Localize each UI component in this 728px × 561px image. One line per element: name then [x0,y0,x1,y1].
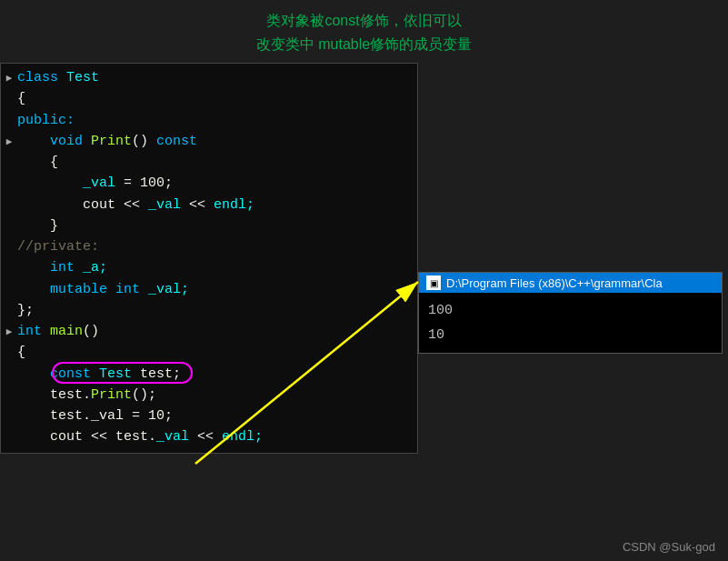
token: const [156,134,197,149]
code-line: //private: [1,236,417,257]
code-content: _val = 100; [17,173,173,194]
code-content: test.Print(); [17,385,156,406]
token: const [50,366,91,382]
gutter-icon[interactable]: ▶ [1,71,17,86]
code-line: test._val = 10; [1,406,417,426]
token: << [189,429,222,445]
token: public: [17,113,75,128]
code-line: public: [1,110,417,131]
code-content: cout << _val << endl; [17,195,254,215]
token: int [17,324,42,339]
code-line: _val = 100; [1,173,417,194]
code-content: mutable int _val; [17,279,189,300]
code-content: { [17,152,58,173]
code-editor: ▶class Test { public:▶ void Print() cons… [0,63,418,454]
console-output-line: 10 [428,323,713,347]
gutter-icon[interactable]: ▶ [1,135,17,150]
code-line: cout << _val << endl; [1,195,417,215]
code-content: { [17,88,25,109]
code-line: const Test test; [1,364,417,385]
code-line: }; [1,300,417,321]
token: class [17,70,66,85]
token [42,324,50,339]
code-content: test._val = 10; [17,406,173,426]
code-line: cout << test._val << endl; [1,426,417,447]
code-line: ▶ void Print() const [1,131,417,152]
console-window: ▣ D:\Program Files (x86)\C++\grammar\Cla… [418,272,723,354]
token: () [132,134,156,149]
token: //private: [17,239,99,255]
token: Print [91,387,132,403]
token [107,282,115,297]
token: cout << test. [17,429,156,445]
token [17,260,50,275]
token: _val [148,197,181,213]
code-content: int main() [17,321,99,342]
code-content: }; [17,300,34,321]
console-output-line: 100 [428,298,713,323]
title-text: 类对象被const修饰，依旧可以 改变类中 mutable修饰的成员变量 [0,9,728,55]
token: _val [17,175,124,191]
token [17,282,50,297]
token: Test [66,70,99,85]
token: test. [17,387,91,403]
code-line: ▶class Test [1,67,417,88]
console-titlebar: ▣ D:\Program Files (x86)\C++\grammar\Cla [419,273,722,293]
code-line: int _a; [1,257,417,278]
title-area: 类对象被const修饰，依旧可以 改变类中 mutable修饰的成员变量 [0,0,728,63]
code-line: { [1,88,417,109]
code-content: const Test test; [17,364,181,385]
code-content: } [17,215,58,236]
token: int [50,260,75,275]
code-line: { [1,342,417,363]
code-line: { [1,152,417,173]
token: _a; [75,260,107,275]
watermark: CSDN @Suk-god [623,540,715,554]
token: mutable [50,282,107,297]
gutter-icon[interactable]: ▶ [1,325,17,340]
token: Print [91,134,132,149]
token: endl; [214,197,254,213]
code-content: int _a; [17,257,107,278]
token: } [17,218,58,234]
token: << [181,197,214,213]
token: _val [156,429,189,445]
token: () [83,324,99,339]
code-content: { [17,342,25,363]
code-content: cout << test._val << endl; [17,426,263,447]
token [17,366,50,382]
token: test._val = 10; [17,408,173,424]
code-content: class Test [17,67,99,88]
token: }; [17,303,34,318]
console-title: D:\Program Files (x86)\C++\grammar\Cla [446,276,663,290]
console-icon: ▣ [426,275,441,290]
code-line: mutable int _val; [1,279,417,300]
code-content: //private: [17,236,99,257]
token: (); [132,387,156,403]
code-line: ▶int main() [1,321,417,342]
token: _val; [140,282,189,297]
token [91,366,99,382]
token: cout << [17,197,148,213]
token: test; [132,366,181,382]
token: = 100; [124,175,173,191]
code-line: test.Print(); [1,385,417,406]
token: void [17,134,91,149]
code-line: } [1,215,417,236]
token: { [17,155,58,170]
token: endl; [222,429,263,445]
code-content: public: [17,110,75,131]
code-content: void Print() const [17,131,197,152]
token: { [17,91,25,106]
token: { [17,345,25,360]
token: Test [99,366,132,382]
console-body: 10010 [419,293,722,353]
token: int [115,282,140,297]
token: main [50,324,83,339]
